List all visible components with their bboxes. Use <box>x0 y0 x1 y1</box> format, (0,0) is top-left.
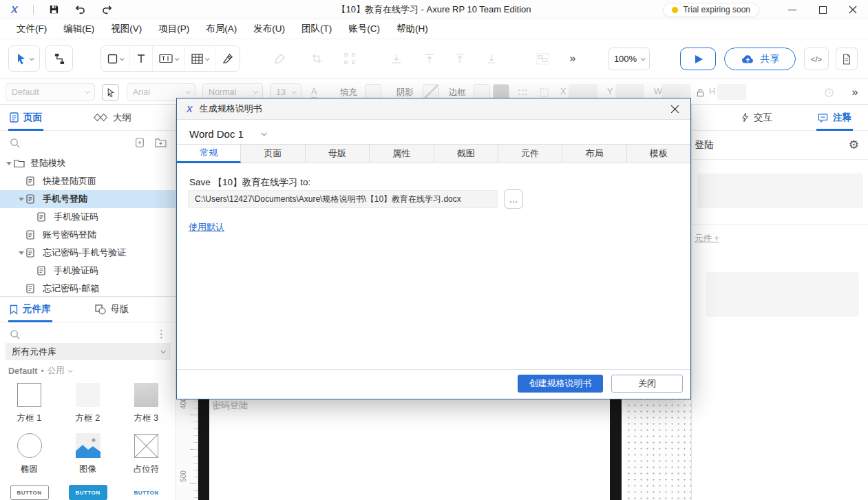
save-button[interactable] <box>49 4 59 14</box>
crop-icon[interactable] <box>306 46 328 71</box>
library-filter-select[interactable]: 所有元件库 <box>6 343 171 360</box>
titlebar: X 【10】教育在线学习 - Axure RP 10 Team Edition … <box>0 0 868 19</box>
create-spec-button[interactable]: 创建规格说明书 <box>518 375 603 393</box>
dialog-close-button[interactable] <box>666 100 684 118</box>
dialog-tab-widgets[interactable]: 元件 <box>498 145 562 163</box>
pen-tool-button[interactable] <box>215 46 240 71</box>
dialog-header[interactable]: X 生成规格说明书 <box>177 98 690 120</box>
widget-box3[interactable]: 方框 3 <box>117 380 176 424</box>
menu-file[interactable]: 文件(F) <box>8 23 55 35</box>
tab-notes[interactable]: 注释 <box>818 105 851 131</box>
menu-help[interactable]: 帮助(H) <box>388 23 436 35</box>
gear-icon[interactable]: ⚙ <box>849 138 859 152</box>
zoom-select[interactable]: 100% <box>608 48 650 70</box>
table-tool-button[interactable] <box>184 46 215 71</box>
close-window-button[interactable] <box>838 0 868 19</box>
add-folder-icon[interactable] <box>155 138 167 147</box>
kebab-menu-icon[interactable]: ⋮ <box>156 328 167 340</box>
caret-slot[interactable] <box>4 162 14 165</box>
browse-button[interactable]: … <box>504 189 523 209</box>
cursor-mode-button[interactable] <box>102 84 119 101</box>
widget-note-area[interactable] <box>706 272 859 317</box>
widget-button-primary[interactable]: BUTTON <box>59 485 117 500</box>
caret-slot[interactable] <box>17 251 26 255</box>
tab-pages[interactable]: 页面 <box>10 105 42 131</box>
stylebar-overflow-button[interactable]: » <box>845 80 865 105</box>
tree-item-page[interactable]: 忘记密码-手机号验证 <box>0 244 176 262</box>
preview-button[interactable] <box>680 48 716 70</box>
library-section-caption[interactable]: Default • 公用 <box>8 365 72 377</box>
tab-masters[interactable]: 母版 <box>95 296 129 322</box>
share-button[interactable]: 共享 <box>724 48 796 70</box>
connector-tool-button[interactable] <box>45 45 73 72</box>
align-top-icon[interactable] <box>419 46 441 71</box>
tree-item-page[interactable]: 快捷登陆页面 <box>0 172 176 190</box>
select-tool-button[interactable] <box>8 45 40 72</box>
dialog-tab-masters[interactable]: 母版 <box>306 145 370 163</box>
placeholder-icon <box>134 431 158 460</box>
tab-widget-library[interactable]: 元件库 <box>10 296 51 322</box>
tree-item-page-selected[interactable]: 手机号登陆 <box>0 190 176 208</box>
undo-button[interactable] <box>74 4 86 14</box>
widget-placeholder[interactable]: 占位符 <box>117 431 176 475</box>
menu-view[interactable]: 视图(V) <box>103 23 150 35</box>
widget-button-link[interactable]: BUTTON <box>117 485 176 500</box>
widget-box1[interactable]: 方框 1 <box>0 380 59 424</box>
note-text-area[interactable] <box>697 174 863 208</box>
rotate-icon[interactable] <box>821 84 837 101</box>
text-align-top-icon[interactable] <box>449 46 471 71</box>
box2-icon <box>76 380 100 409</box>
tree-item-page[interactable]: 手机验证码 <box>0 208 176 226</box>
align-bottom-icon[interactable] <box>385 46 407 71</box>
redo-button[interactable] <box>101 4 113 14</box>
input-tool-button[interactable] <box>152 46 184 71</box>
menu-edit[interactable]: 编辑(E) <box>55 23 103 35</box>
h-field[interactable] <box>717 84 746 100</box>
tree-item-page[interactable]: 忘记密码-邮箱 <box>0 280 176 298</box>
minimize-button[interactable] <box>777 0 807 19</box>
dialog-tab-general[interactable]: 常规 <box>177 145 241 163</box>
edit-points-icon[interactable] <box>339 46 361 71</box>
menu-publish[interactable]: 发布(U) <box>245 23 293 35</box>
style-preset-select[interactable]: Default <box>6 83 95 101</box>
group-icon[interactable] <box>531 46 553 71</box>
add-page-icon[interactable] <box>134 137 145 148</box>
lock-ratio-icon[interactable] <box>694 85 706 100</box>
dialog-tab-screenshot[interactable]: 截图 <box>434 145 498 163</box>
tab-outline[interactable]: 大纲 <box>93 105 131 131</box>
spec-path-input[interactable] <box>188 190 498 208</box>
widget-image[interactable]: 图像 <box>59 431 117 475</box>
tree-item-folder[interactable]: 登陆模块 <box>0 154 176 172</box>
format-painter-icon[interactable] <box>268 46 290 71</box>
menu-account[interactable]: 账号(C) <box>340 23 388 35</box>
text-align-bottom-icon[interactable] <box>480 46 502 71</box>
add-widget-note-link[interactable]: 元件 + <box>695 233 719 244</box>
dialog-close-action-button[interactable]: 关闭 <box>611 375 683 393</box>
trial-badge[interactable]: Trial expiring soon <box>663 3 759 17</box>
widget-ellipse[interactable]: 椭圆 <box>0 431 59 475</box>
menu-team[interactable]: 团队(T) <box>293 23 340 35</box>
toolbar-overflow-button[interactable]: » <box>563 46 582 71</box>
widget-box2[interactable]: 方框 2 <box>59 380 117 424</box>
search-icon[interactable] <box>10 138 20 148</box>
menu-project[interactable]: 项目(P) <box>150 23 198 35</box>
spec-document-button[interactable] <box>836 48 858 70</box>
generator-select[interactable]: Word Doc 1 <box>189 125 266 143</box>
caret-slot[interactable] <box>17 198 26 201</box>
code-view-button[interactable]: </> <box>804 48 829 70</box>
dialog-tab-properties[interactable]: 属性 <box>370 145 434 163</box>
search-icon[interactable] <box>10 329 20 340</box>
dialog-tab-pages[interactable]: 页面 <box>241 145 305 163</box>
use-default-link[interactable]: 使用默认 <box>189 221 224 233</box>
menu-arrange[interactable]: 布局(A) <box>198 23 245 35</box>
text-tool-button[interactable] <box>129 46 152 71</box>
widget-button-outline[interactable]: BUTTON <box>0 485 59 500</box>
maximize-button[interactable] <box>807 0 838 19</box>
dialog-tab-template[interactable]: 模板 <box>627 145 690 163</box>
close-icon <box>670 105 679 114</box>
tab-interactions[interactable]: 交互 <box>741 105 772 131</box>
rectangle-tool-button[interactable] <box>101 46 129 71</box>
tree-item-page[interactable]: 手机验证码 <box>0 262 176 280</box>
dialog-tab-layout[interactable]: 布局 <box>562 145 626 163</box>
tree-item-page[interactable]: 账号密码登陆 <box>0 226 176 244</box>
